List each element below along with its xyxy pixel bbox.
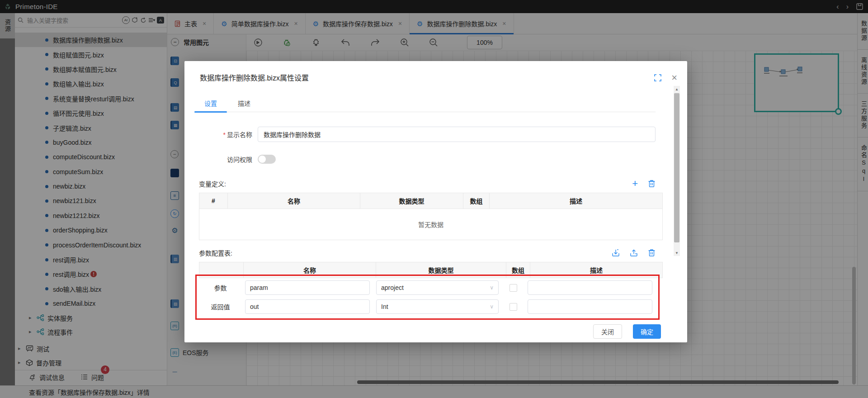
close-icon[interactable]: × [671,73,677,83]
display-name-row: *显示名称 数据库操作删除数据 [199,127,656,142]
scroll-up-icon[interactable]: ▲ [674,86,680,92]
dialog-tab[interactable]: 描述 [232,95,256,112]
display-name-input[interactable]: 数据库操作删除数据 [258,127,656,142]
scroll-down-icon[interactable]: ▼ [674,250,680,256]
delete-param-icon[interactable] [648,249,656,257]
display-name-label: *显示名称 [199,130,252,139]
array-checkbox[interactable] [509,303,517,311]
variables-col-header: 数据类型 [360,193,463,209]
params-col-header: 名称 [244,262,376,278]
import-params-icon[interactable] [612,249,620,257]
param-name-cell: param [242,278,373,297]
add-variable-icon[interactable]: + [632,179,638,189]
properties-dialog: 数据库操作删除数据.bizx属性设置 × 设置描述 *显示名称 数据库操作删除数… [184,61,687,342]
param-datatype-select[interactable]: aproject∨ [376,280,499,295]
dialog-footer: 关闭 确定 [199,324,661,339]
maximize-icon[interactable] [654,74,661,81]
access-toggle[interactable] [258,155,276,164]
access-row: 访问权限 [199,155,656,164]
param-array-cell [502,297,524,316]
params-section-label: 参数配置表: [199,248,232,257]
variables-col-header: 数组 [463,193,490,209]
close-button[interactable]: 关闭 [593,324,622,339]
param-type-cell: aproject∨ [373,278,502,297]
required-asterisk: * [223,131,226,138]
param-desc-cell [524,297,656,316]
variables-col-header: 描述 [490,193,663,209]
param-type-label: 参数 [199,278,242,297]
variables-col-header: # [199,193,228,209]
export-params-icon[interactable] [630,249,638,257]
param-type-label: 返回值 [199,297,242,316]
chevron-down-icon: ∨ [490,303,494,310]
select-value: aproject [381,284,404,291]
variables-empty-text: 暂无数据 [199,209,663,240]
params-col-header: 数据类型 [376,262,506,278]
param-type-cell: Int∨ [373,297,502,316]
params-table: 名称数据类型数组描述 参数paramaproject∨返回值outInt∨ [199,262,656,316]
variables-section-header: 变量定义: + [199,179,656,188]
param-row: 返回值outInt∨ [199,297,656,316]
params-section-header: 参数配置表: [199,248,656,257]
delete-variable-icon[interactable] [648,180,656,188]
primeton-ide-window: Primeton-IDE ‹ › 资源 输入关键字搜索 AI [0,0,868,398]
param-array-cell [502,278,524,297]
dialog-scrollbar[interactable]: ▲ ▼ [674,86,680,256]
param-name-input[interactable]: out [245,299,370,314]
variables-section-label: 变量定义: [199,179,226,188]
param-datatype-select[interactable]: Int∨ [376,299,499,314]
array-checkbox[interactable] [509,284,517,292]
select-value: Int [381,303,388,310]
variables-col-header: 名称 [228,193,360,209]
param-name-cell: out [242,297,373,316]
params-col-header [199,262,244,278]
ok-button[interactable]: 确定 [633,324,661,339]
dialog-title: 数据库操作删除数据.bizx属性设置 [184,61,687,83]
params-col-header: 数组 [506,262,530,278]
param-row: 参数paramaproject∨ [199,278,656,297]
params-col-header: 描述 [530,262,663,278]
dialog-tab[interactable]: 设置 [199,95,222,112]
dialog-tabs: 设置描述 [199,95,656,112]
param-desc-input[interactable] [528,299,652,314]
chevron-down-icon: ∨ [490,284,494,291]
param-name-input[interactable]: param [245,280,370,295]
variables-table: #名称数据类型数组描述 暂无数据 [199,193,663,240]
access-label: 访问权限 [199,155,252,164]
scrollbar-thumb[interactable] [674,93,679,242]
param-desc-cell [524,278,656,297]
param-desc-input[interactable] [528,280,652,295]
